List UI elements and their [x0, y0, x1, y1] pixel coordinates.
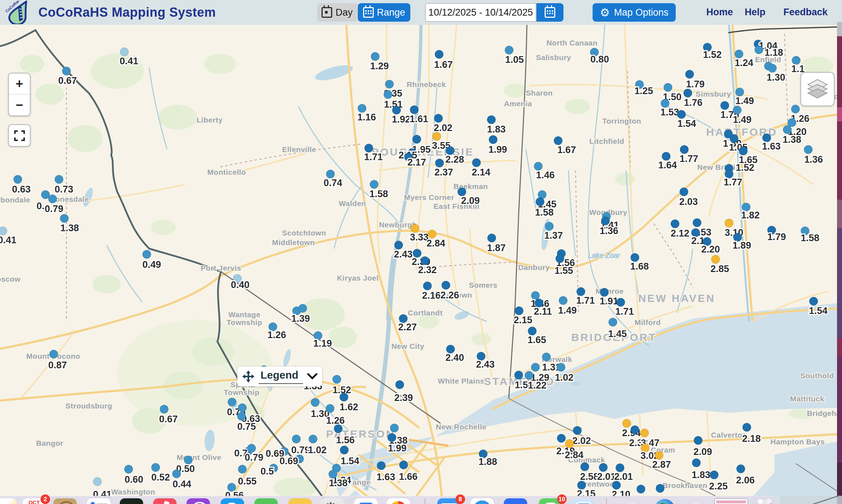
nav-help[interactable]: Help [745, 7, 766, 18]
station-dot[interactable] [365, 144, 373, 152]
station-dot[interactable] [411, 224, 419, 233]
station-dot[interactable] [124, 465, 133, 473]
station-dot[interactable] [340, 446, 349, 454]
station-dot[interactable] [743, 423, 751, 432]
station-dot[interactable] [428, 230, 436, 238]
nav-feedback[interactable]: Feedback [783, 7, 828, 18]
station-dot[interactable] [298, 304, 307, 313]
map-options-button[interactable]: ⚙ Map Options [593, 3, 676, 22]
station-dot[interactable] [739, 147, 747, 155]
station-dot[interactable] [581, 462, 589, 471]
station-dot[interactable] [435, 50, 443, 59]
calendar-icon[interactable]: OCT2 [22, 498, 46, 504]
fullscreen-button[interactable] [8, 124, 31, 147]
zoom-in-button[interactable]: + [9, 74, 30, 94]
station-dot[interactable] [528, 327, 536, 335]
station-dot[interactable] [536, 197, 544, 206]
station-dot[interactable] [531, 363, 540, 372]
station-dot[interactable] [384, 90, 392, 99]
station-dot[interactable] [711, 255, 720, 264]
station-dot[interactable] [247, 444, 256, 452]
station-dot[interactable] [172, 470, 181, 478]
station-dot[interactable] [442, 281, 450, 289]
app-red-icon[interactable] [153, 498, 177, 504]
station-dot[interactable] [93, 477, 102, 486]
station-dot[interactable] [371, 52, 379, 61]
station-dot[interactable] [395, 380, 404, 389]
legend-control[interactable]: Legend [237, 367, 322, 386]
station-dot[interactable] [685, 70, 694, 78]
station-dot[interactable] [326, 404, 334, 413]
station-dot[interactable] [385, 80, 394, 88]
notes-icon[interactable] [288, 498, 312, 504]
station-dot[interactable] [804, 145, 813, 154]
station-dot[interactable] [358, 104, 366, 113]
station-dot[interactable] [809, 297, 818, 305]
layers-button[interactable] [800, 72, 835, 106]
station-dot[interactable] [559, 296, 567, 305]
station-dot[interactable] [622, 419, 631, 428]
station-dot[interactable] [377, 461, 385, 470]
station-dot[interactable] [410, 105, 419, 114]
station-dot[interactable] [694, 436, 702, 445]
station-dot[interactable] [768, 64, 777, 72]
station-dot[interactable] [292, 435, 301, 443]
station-dot[interactable] [434, 114, 443, 123]
station-dot[interactable] [432, 132, 441, 141]
station-dot[interactable] [612, 481, 621, 489]
station-dot[interactable] [557, 363, 565, 372]
app-docs-icon[interactable] [354, 498, 378, 504]
station-dot[interactable] [370, 180, 378, 189]
station-dot[interactable] [62, 67, 71, 75]
station-dot[interactable] [334, 424, 342, 433]
station-dot[interactable] [565, 439, 574, 448]
station-dot[interactable] [55, 175, 63, 184]
station-dot[interactable] [692, 459, 701, 467]
station-dot[interactable] [309, 435, 317, 443]
station-dot[interactable] [556, 254, 564, 263]
station-dot[interactable] [631, 426, 639, 434]
station-dot[interactable] [120, 48, 129, 56]
station-dot[interactable] [599, 463, 608, 472]
station-dot[interactable] [542, 353, 551, 361]
twitter-icon[interactable] [221, 498, 244, 504]
station-dot[interactable] [238, 465, 247, 473]
station-dot[interactable] [394, 241, 403, 249]
station-dot[interactable] [487, 115, 496, 124]
station-dot[interactable] [184, 456, 193, 464]
station-dot[interactable] [637, 485, 645, 493]
system-settings-icon[interactable] [320, 498, 344, 504]
station-dot[interactable] [609, 318, 617, 326]
station-dot[interactable] [151, 463, 160, 472]
station-dot[interactable] [534, 162, 543, 170]
station-dot[interactable] [554, 136, 562, 145]
station-dot[interactable] [423, 282, 432, 290]
app-tan-icon[interactable] [53, 498, 77, 504]
station-dot[interactable] [238, 403, 247, 412]
station-dot[interactable] [616, 298, 625, 307]
app-green-icon[interactable] [254, 498, 278, 504]
window-preview-icon[interactable] [714, 498, 748, 504]
station-dot[interactable] [725, 219, 733, 227]
station-dot[interactable] [545, 222, 554, 231]
station-dot[interactable] [733, 106, 741, 114]
zoom-out-button[interactable]: − [9, 94, 30, 115]
station-dot[interactable] [505, 46, 513, 54]
station-dot[interactable] [573, 426, 582, 435]
station-dot[interactable] [791, 105, 800, 113]
station-dot[interactable] [0, 227, 7, 235]
station-dot[interactable] [640, 429, 649, 437]
station-dot[interactable] [311, 398, 319, 407]
reminders-icon[interactable] [87, 498, 110, 504]
station-dot[interactable] [680, 188, 688, 196]
mail-icon[interactable]: 8 [437, 498, 461, 504]
folder-1-icon[interactable] [619, 498, 643, 504]
station-dot[interactable] [390, 424, 399, 432]
station-dot[interactable] [557, 434, 566, 443]
station-dot[interactable] [755, 45, 763, 54]
station-dot[interactable] [487, 234, 496, 242]
station-dot[interactable] [577, 287, 585, 296]
station-dot[interactable] [49, 350, 58, 358]
station-dot[interactable] [435, 159, 444, 167]
station-dot[interactable] [661, 99, 669, 108]
